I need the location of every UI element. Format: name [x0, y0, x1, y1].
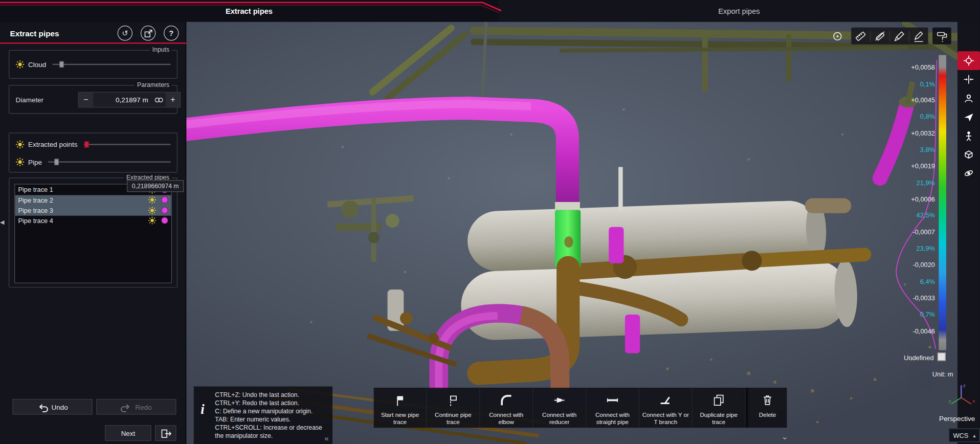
fly-mode-button[interactable]	[957, 107, 980, 126]
pipe-opacity-slider[interactable]	[48, 158, 170, 166]
tool-delete[interactable]: Delete	[748, 388, 787, 428]
tool-connect-with-straight-pipe[interactable]: Connect with straight pipe	[586, 388, 639, 428]
list-item-pipe-trace-2[interactable]: Pipe trace 2	[15, 195, 171, 205]
tool-start-new-pipe-trace[interactable]: Start new pipe trace	[374, 388, 427, 428]
visibility-bulb-icon[interactable]	[148, 196, 157, 204]
wizard-step-bar: Extract pipes Export pipes	[0, 0, 980, 22]
redo-button[interactable]: Redo	[96, 399, 176, 415]
pan-crosshair-icon	[963, 55, 974, 66]
connect-branch-icon	[659, 393, 673, 407]
shortcut-line: CTRL+Z: Undo the last action.	[215, 391, 327, 399]
pan-mode-button[interactable]	[957, 51, 980, 70]
link-icon	[153, 95, 164, 105]
orbit-icon	[963, 168, 974, 179]
list-item-pipe-trace-4[interactable]: Pipe trace 4	[15, 215, 171, 226]
orbit-button[interactable]	[957, 164, 980, 183]
projection-label[interactable]: Perspective	[912, 415, 975, 423]
tab-export-pipes[interactable]: Export pipes	[498, 0, 980, 22]
start-new-pipe-trace-icon	[393, 393, 407, 407]
pipe-label: Pipe	[28, 158, 42, 166]
colorbar-label: +0,0006	[894, 195, 935, 203]
slider-handle[interactable]	[54, 159, 59, 165]
continue-pipe-trace-icon	[446, 393, 460, 407]
shortcuts-collapse-icon[interactable]: «	[325, 435, 329, 443]
slider-handle[interactable]	[59, 61, 64, 68]
colorbar-label: 0,7%	[894, 310, 935, 318]
duplicate-pipe-trace-icon	[712, 393, 726, 407]
slider-track[interactable]	[48, 161, 170, 162]
connect-straight-pipe-icon	[606, 393, 619, 407]
trace-color-swatch[interactable]	[161, 196, 168, 203]
unit-label: Unit: m	[900, 370, 953, 378]
tool-connect-with-y-t-branch[interactable]: Connect with Y or T branch	[639, 388, 693, 428]
exit-arrow-icon	[160, 428, 171, 439]
display-group: Extracted points Pipe	[9, 132, 177, 172]
wcs-label: WCS	[953, 432, 968, 439]
tool-connect-with-elbow[interactable]: Connect with elbow	[480, 388, 533, 428]
pipe-tools-toolbar: Start new pipe trace Continue pipe trace…	[374, 388, 787, 428]
slider-track[interactable]	[84, 144, 171, 145]
colorbar-label: 0,8%	[894, 113, 935, 120]
colorbar-label: 0,1%	[894, 80, 935, 87]
measure-multi-button[interactable]	[871, 28, 889, 45]
camera-view-icon	[963, 93, 974, 104]
target-button[interactable]	[828, 28, 847, 45]
diameter-link-button[interactable]	[152, 95, 166, 105]
views-cube-icon	[963, 149, 974, 160]
extracted-points-slider[interactable]	[84, 140, 171, 149]
visibility-bulb-icon[interactable]	[16, 60, 25, 69]
tool-duplicate-pipe-trace[interactable]: Duplicate pipe trace	[693, 388, 746, 428]
info-icon: i	[201, 405, 204, 413]
colorbar-label: 6,4%	[894, 278, 935, 285]
diameter-decrease-button[interactable]: −	[79, 93, 93, 107]
fit-view-button[interactable]	[957, 70, 980, 89]
panel-collapse-icon[interactable]: ◀	[0, 219, 4, 225]
colorbar-label: +0,0045	[894, 96, 935, 104]
view-toolbar-right	[957, 51, 980, 183]
undefined-checkbox[interactable]	[938, 352, 946, 361]
list-item-pipe-trace-3[interactable]: Pipe trace 3	[15, 205, 171, 215]
measure-button[interactable]	[851, 28, 870, 45]
redo-icon	[121, 401, 132, 412]
tool-continue-pipe-trace[interactable]: Continue pipe trace	[427, 388, 480, 428]
wcs-selector[interactable]: WCS ▴	[949, 428, 980, 442]
diameter-value[interactable]: 0,21897 m	[93, 96, 152, 104]
next-button[interactable]: Next	[105, 425, 151, 441]
help-icon: ?	[169, 29, 173, 37]
slider-handle[interactable]	[84, 141, 89, 147]
tool-connect-with-reducer[interactable]: Connect with reducer	[533, 388, 586, 428]
cloud-opacity-slider[interactable]	[52, 60, 170, 69]
reset-history-button[interactable]: ↺	[118, 26, 132, 40]
visibility-bulb-icon[interactable]	[148, 216, 157, 225]
proceed-export-button[interactable]	[155, 425, 176, 441]
viewport-3d[interactable]: i CTRL+Z: Undo the last action. CTRL+Y: …	[186, 22, 957, 444]
export-window-button[interactable]	[141, 26, 155, 40]
pipe-trace-list: Pipe trace 1 Pipe trace 2 Pipe trace 3 P…	[14, 184, 172, 283]
target-icon	[831, 30, 843, 42]
measure-tool-group	[851, 28, 928, 45]
trace-color-swatch[interactable]	[161, 217, 168, 224]
measure-icon	[854, 30, 866, 42]
colorbar-label: 21,9%	[894, 179, 935, 187]
draw-pen-icon	[893, 30, 905, 42]
camera-view-button[interactable]	[957, 89, 980, 108]
draw-button[interactable]	[890, 28, 909, 45]
panel-accent-line	[0, 42, 186, 43]
texture-button[interactable]	[932, 28, 951, 45]
trace-color-swatch[interactable]	[161, 207, 168, 213]
visibility-bulb-icon[interactable]	[16, 140, 25, 149]
first-person-icon	[963, 130, 974, 141]
visibility-bulb-icon[interactable]	[16, 158, 25, 166]
views-cube-button[interactable]	[957, 145, 980, 164]
panel-title: Extract pipes	[10, 29, 59, 38]
draw-polyline-button[interactable]	[909, 28, 928, 45]
visibility-bulb-icon[interactable]	[148, 206, 157, 214]
help-button[interactable]: ?	[164, 26, 179, 40]
diameter-tooltip: 0,2189660974 m	[127, 180, 184, 192]
diameter-increase-button[interactable]: +	[166, 93, 180, 107]
undo-button[interactable]: Undo	[12, 399, 92, 415]
colorbar-label: -0,0020	[894, 261, 935, 269]
slider-track[interactable]	[52, 64, 170, 65]
first-person-button[interactable]	[957, 126, 980, 145]
toolbar-expand-icon[interactable]: ⌄	[781, 432, 788, 441]
